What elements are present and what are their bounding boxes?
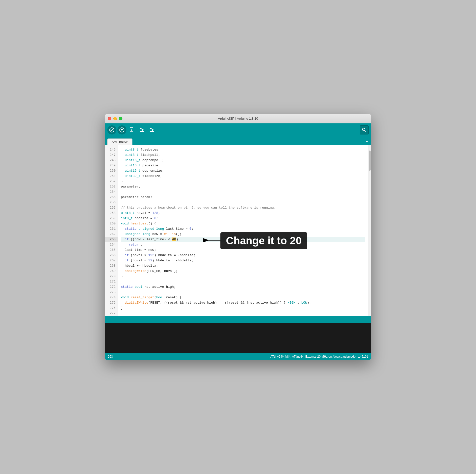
code-line: uint8_t flashpoll; — [121, 152, 365, 158]
line-number: 248 — [105, 158, 118, 163]
code-line — [121, 189, 365, 195]
new-icon — [129, 127, 135, 133]
code-line: } — [121, 305, 365, 311]
line-numbers: 2462472482492502512522532542552562572582… — [105, 145, 118, 316]
code-area[interactable]: uint8_t fusebytes; uint8_t flashpoll; ui… — [118, 145, 368, 316]
close-button[interactable] — [108, 117, 111, 120]
svg-point-0 — [110, 128, 114, 132]
code-line: static bool rst_active_high; — [121, 284, 365, 290]
code-line: analogWrite(LED_HB, hbval); — [121, 268, 365, 274]
code-line: uint16_t pagesize; — [121, 163, 365, 168]
tabbar: ArduinoISP ▼ — [105, 136, 371, 145]
code-line: uint16_t eepromsize; — [121, 168, 365, 173]
code-line: last_time = now; — [121, 247, 365, 253]
code-line: parameter; — [121, 184, 365, 189]
line-number: 272 — [105, 284, 118, 290]
line-number: 276 — [105, 305, 118, 311]
verify-button[interactable] — [107, 125, 116, 134]
toolbar-right — [360, 125, 369, 134]
tab-arduinoisp[interactable]: ArduinoISP — [107, 138, 132, 145]
line-number: 255 — [105, 195, 118, 200]
upload-icon — [119, 127, 124, 132]
code-line: uint8_t fusebytes; — [121, 147, 365, 152]
line-number: 263 — [105, 237, 118, 242]
code-line — [121, 279, 365, 284]
code-line: static unsigned long last_time = 0; — [121, 226, 365, 231]
toolbar — [105, 123, 371, 136]
line-number: 250 — [105, 168, 118, 173]
line-number: 271 — [105, 279, 118, 284]
line-number: 261 — [105, 226, 118, 231]
statusbar — [105, 316, 371, 323]
code-line: unsigned long now = millis(); — [121, 231, 365, 237]
window-title: ArduinoISP | Arduino 1.8.10 — [218, 117, 258, 120]
line-number: 269 — [105, 268, 118, 274]
line-number: 275 — [105, 300, 118, 305]
code-line: uint8_t hbval = 128; — [121, 210, 365, 216]
line-number: 277 — [105, 311, 118, 316]
bottom-statusbar: 263 ATtiny24/44/84, ATtiny44, External 2… — [105, 353, 371, 360]
save-icon — [149, 127, 155, 133]
scrollbar-thumb[interactable] — [369, 151, 371, 171]
main-window: ArduinoISP | Arduino 1.8.10 — [105, 114, 371, 360]
scrollbar-track[interactable] — [368, 145, 371, 316]
code-line: void heartbeat() { — [121, 221, 365, 226]
code-line: } — [121, 274, 365, 279]
minimize-button[interactable] — [113, 117, 117, 120]
code-line: if (hbval > 192) hbdelta = -hbdelta; — [121, 253, 365, 258]
line-number: 253 — [105, 184, 118, 189]
open-button[interactable] — [137, 125, 147, 134]
upload-button[interactable] — [117, 125, 126, 134]
line-number: 262 — [105, 231, 118, 237]
line-number: 258 — [105, 210, 118, 216]
save-button[interactable] — [148, 125, 157, 134]
line-number: 273 — [105, 290, 118, 295]
traffic-lights — [108, 117, 122, 120]
line-number: 260 — [105, 221, 118, 226]
code-line: int8_t hbdelta = 8; — [121, 216, 365, 221]
code-line: if ((now - last_time) < 40) — [121, 237, 365, 242]
line-number: 267 — [105, 258, 118, 263]
titlebar: ArduinoISP | Arduino 1.8.10 — [105, 114, 371, 123]
line-number: 254 — [105, 189, 118, 195]
code-line — [121, 290, 365, 295]
line-number: 265 — [105, 247, 118, 253]
line-number: 256 — [105, 200, 118, 205]
code-line — [121, 200, 365, 205]
search-button[interactable] — [360, 125, 369, 134]
code-line: parameter param; — [121, 195, 365, 200]
code-line: uint32_t flashsize; — [121, 173, 365, 179]
line-number: 247 — [105, 152, 118, 158]
new-button[interactable] — [127, 125, 136, 134]
code-line: digitalWrite(RESET, ((reset && rst_activ… — [121, 300, 365, 305]
tab-dropdown[interactable]: ▼ — [365, 139, 369, 145]
console — [105, 323, 371, 353]
code-line: if (hbval < 32) hbdelta = -hbdelta; — [121, 258, 365, 263]
code-line: void reset_target(bool reset) { — [121, 295, 365, 300]
code-line: return; — [121, 242, 365, 247]
line-number: 246 — [105, 147, 118, 152]
editor: 2462472482492502512522532542552562572582… — [105, 145, 371, 316]
code-line — [121, 311, 365, 316]
line-number: 264 — [105, 242, 118, 247]
line-indicator: 263 — [108, 355, 113, 358]
line-number: 249 — [105, 163, 118, 168]
code-line: // this provides a heartbeat on pin 9, s… — [121, 205, 365, 210]
verify-icon — [109, 127, 114, 132]
code-line: uint16_t eeprompoll; — [121, 158, 365, 163]
code-line: hbval += hbdelta; — [121, 263, 365, 268]
board-info: ATtiny24/44/84, ATtiny44, External 20 MH… — [270, 355, 368, 358]
line-number: 252 — [105, 179, 118, 184]
line-number: 259 — [105, 216, 118, 221]
line-number: 266 — [105, 253, 118, 258]
line-number: 257 — [105, 205, 118, 210]
maximize-button[interactable] — [119, 117, 122, 120]
line-number: 268 — [105, 263, 118, 268]
search-icon — [362, 128, 366, 132]
code-line: } — [121, 179, 365, 184]
open-icon — [139, 127, 145, 133]
svg-line-10 — [365, 130, 366, 132]
line-number: 251 — [105, 173, 118, 179]
line-number: 270 — [105, 274, 118, 279]
line-number: 274 — [105, 295, 118, 300]
